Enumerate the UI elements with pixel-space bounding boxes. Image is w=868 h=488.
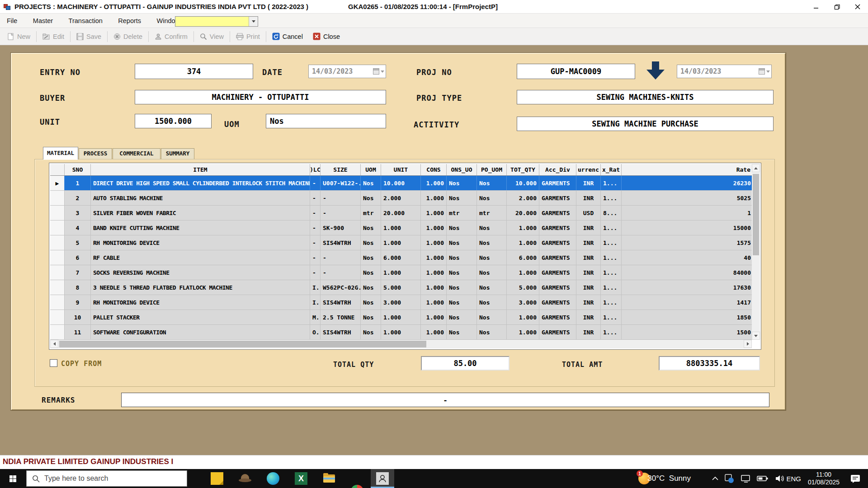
grid-cell[interactable]: 1... xyxy=(601,325,622,339)
grid-cell[interactable]: Nos xyxy=(361,310,381,324)
scroll-up-button[interactable] xyxy=(752,164,760,172)
chrome-icon[interactable]: G xyxy=(351,485,363,488)
grid-cell[interactable]: Nos xyxy=(361,176,381,190)
grid-cell[interactable]: Nos xyxy=(477,280,507,295)
grid-cell[interactable]: SK-900 xyxy=(321,221,361,235)
grid-cell[interactable]: 1.000 xyxy=(507,325,539,339)
grid-cell[interactable]: Nos xyxy=(361,250,381,265)
taskbar-search-input[interactable]: Type here to search xyxy=(26,470,187,487)
grid-cell[interactable]: SIS4WTRH xyxy=(321,295,361,310)
grid-cell[interactable]: Nos xyxy=(477,250,507,265)
grid-cell[interactable]: GARMENTS xyxy=(539,176,576,190)
grid-cell[interactable]: 1417 xyxy=(622,295,752,310)
confirm-button[interactable]: Confirm xyxy=(150,30,193,43)
grid-cell[interactable]: INR xyxy=(576,310,601,324)
save-button[interactable]: Save xyxy=(71,30,106,43)
grid-cell[interactable]: Nos xyxy=(477,310,507,324)
grid-cell[interactable]: 1... xyxy=(601,295,622,310)
start-button[interactable] xyxy=(0,469,25,488)
grid-cell[interactable]: INR xyxy=(576,221,601,235)
grid-cell[interactable]: Nos xyxy=(447,325,477,339)
print-button[interactable]: Print xyxy=(231,30,265,43)
grid-row[interactable]: 9RH MONITORING DEVICEI.SIS4WTRHNos3.0001… xyxy=(50,295,752,310)
grid-cell[interactable]: 1... xyxy=(601,191,622,205)
grid-header-cell[interactable]: SIZE xyxy=(321,164,361,175)
grid-cell[interactable]: 1.000 xyxy=(421,176,447,190)
file-explorer-icon[interactable] xyxy=(323,472,335,485)
grid-cell[interactable]: 1.000 xyxy=(421,325,447,339)
grid-cell[interactable]: 40 xyxy=(622,250,752,265)
grid-header-cell[interactable]: PO_UOM xyxy=(477,164,507,175)
grid-cell[interactable]: 6 xyxy=(65,250,91,265)
grid-header-cell[interactable]: ITEM xyxy=(91,164,310,175)
grid-cell[interactable]: Nos xyxy=(447,221,477,235)
row-selector-cell[interactable] xyxy=(50,250,65,265)
tab-material[interactable]: MATERIAL xyxy=(43,147,78,160)
grid-cell[interactable]: GARMENTS xyxy=(539,265,576,280)
menu-reports[interactable]: Reports xyxy=(111,14,148,28)
grid-cell[interactable]: USD xyxy=(576,206,601,220)
grid-row[interactable]: 7SOCKS REVERSING MACHINE--Nos1.0001.000N… xyxy=(50,265,752,280)
grid-header-cell[interactable]: ONS_UO xyxy=(447,164,477,175)
grid-cell[interactable]: 1.000 xyxy=(421,250,447,265)
grid-cell[interactable]: 5 xyxy=(65,235,91,250)
grid-cell[interactable]: - xyxy=(310,265,321,280)
edit-button[interactable]: Edit xyxy=(38,30,69,43)
grid-cell[interactable]: GARMENTS xyxy=(539,235,576,250)
grid-cell[interactable]: 1... xyxy=(601,310,622,324)
grid-row[interactable]: 2AUTO STABLING MACHINE--Nos2.0001.000Nos… xyxy=(50,191,752,206)
grid-cell[interactable]: GARMENTS xyxy=(539,221,576,235)
grid-cell[interactable]: 2.000 xyxy=(381,191,421,205)
grid-row[interactable]: ▶1DIRECT DRIVE HIGH SPEED SMALL CYLINDER… xyxy=(50,176,752,191)
grid-cell[interactable]: 2.5 TONNE xyxy=(321,310,361,324)
grid-cell[interactable]: GARMENTS xyxy=(539,206,576,220)
grid-cell[interactable]: 1.000 xyxy=(421,310,447,324)
proj-date-picker[interactable]: 14/03/2023 xyxy=(677,65,772,78)
grid-cell[interactable]: I. xyxy=(310,295,321,310)
grid-cell[interactable]: 1.000 xyxy=(507,265,539,280)
grid-cell[interactable]: Nos xyxy=(477,221,507,235)
horizontal-scroll-thumb[interactable] xyxy=(59,341,426,347)
grid-cell[interactable]: 8... xyxy=(601,206,622,220)
edge-browser-icon[interactable] xyxy=(267,472,279,485)
view-button[interactable]: View xyxy=(195,30,229,43)
grid-cell[interactable]: 5.000 xyxy=(507,280,539,295)
grid-cell[interactable]: Nos xyxy=(361,191,381,205)
grid-cell[interactable]: Nos xyxy=(447,176,477,190)
row-selector-cell[interactable] xyxy=(50,221,65,235)
row-selector-cell[interactable] xyxy=(50,280,65,295)
date-picker[interactable]: 14/03/2023 xyxy=(308,65,386,78)
grid-cell[interactable]: INR xyxy=(576,325,601,339)
grid-cell[interactable]: 1.000 xyxy=(421,280,447,295)
grid-cell[interactable]: - xyxy=(310,235,321,250)
tray-volume-icon[interactable] xyxy=(775,469,786,488)
grid-cell[interactable]: INR xyxy=(576,191,601,205)
delete-button[interactable]: Delete xyxy=(108,30,147,43)
grid-cell[interactable]: DIRECT DRIVE HIGH SPEED SMALL CYLINDERBE… xyxy=(91,176,310,190)
entry-no-field[interactable]: 374 xyxy=(135,64,253,79)
grid-row[interactable]: 5RH MONITORING DEVICE-SIS4WTRHNos1.0001.… xyxy=(50,235,752,250)
uom-field[interactable]: Nos xyxy=(266,114,386,128)
remarks-field[interactable]: - xyxy=(121,393,769,407)
grid-header-cell[interactable]: Acc_Div xyxy=(539,164,576,175)
grid-cell[interactable]: 17630 xyxy=(622,280,752,295)
grid-header-cell[interactable]: Rate xyxy=(622,164,752,175)
horizontal-scrollbar[interactable] xyxy=(50,340,752,348)
menu-master[interactable]: Master xyxy=(26,14,60,28)
grid-cell[interactable]: SOCKS REVERSING MACHINE xyxy=(91,265,310,280)
grid-cell[interactable]: SILVER FIBER WOVEN FABRIC xyxy=(91,206,310,220)
grid-cell[interactable]: mtr xyxy=(361,206,381,220)
grid-cell[interactable]: 26230 xyxy=(622,176,752,190)
grid-cell[interactable]: 84000 xyxy=(622,265,752,280)
grid-cell[interactable]: mtr xyxy=(447,206,477,220)
grid-cell[interactable]: 10.000 xyxy=(507,176,539,190)
grid-header-cell[interactable]: UNIT xyxy=(381,164,421,175)
grid-cell[interactable]: 6.000 xyxy=(507,250,539,265)
grid-cell[interactable]: Nos xyxy=(477,295,507,310)
grid-cell[interactable]: 1... xyxy=(601,280,622,295)
grid-cell[interactable]: GARMENTS xyxy=(539,295,576,310)
grid-cell[interactable]: RH MONITORING DEVICE xyxy=(91,235,310,250)
grid-cell[interactable]: INR xyxy=(576,250,601,265)
tray-network-icon[interactable] xyxy=(741,469,751,488)
grid-cell[interactable]: GARMENTS xyxy=(539,310,576,324)
